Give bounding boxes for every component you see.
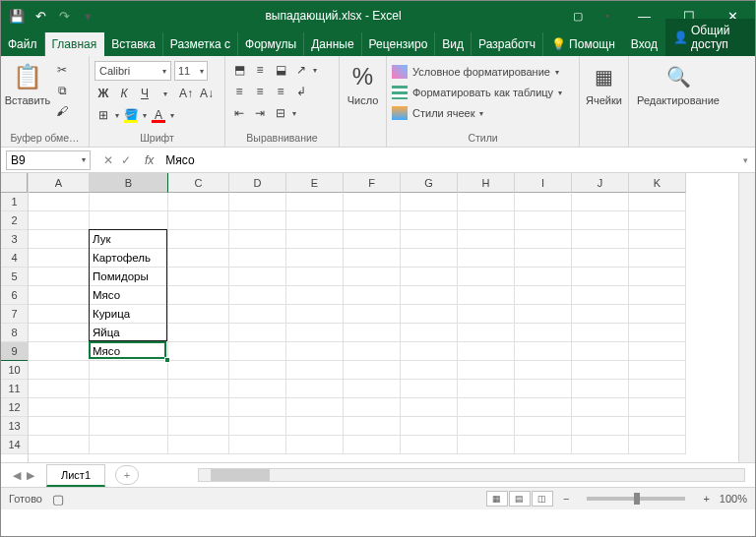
borders-dd[interactable]: ▾ (115, 111, 119, 120)
row-header[interactable]: 11 (1, 380, 28, 398)
col-header[interactable]: F (344, 173, 401, 193)
cell[interactable] (168, 436, 229, 454)
cell[interactable] (629, 211, 686, 230)
cell[interactable] (168, 230, 229, 249)
cell[interactable] (401, 324, 458, 342)
cell[interactable] (401, 249, 458, 268)
cell[interactable] (286, 193, 344, 211)
cell[interactable] (458, 417, 515, 436)
tab-home[interactable]: Главная (45, 32, 105, 56)
cell[interactable] (401, 286, 458, 305)
cell[interactable] (168, 249, 229, 268)
font-color-icon[interactable]: A (150, 106, 167, 124)
tab-insert[interactable]: Вставка (104, 32, 163, 56)
cell[interactable] (572, 305, 629, 324)
cell[interactable] (168, 286, 229, 305)
cell[interactable] (229, 286, 286, 305)
vertical-scrollbar[interactable] (738, 173, 755, 462)
increase-indent-icon[interactable]: ⇥ (251, 104, 269, 122)
cell[interactable] (286, 305, 344, 324)
row-header[interactable]: 10 (1, 361, 28, 380)
fontcolor-dd[interactable]: ▾ (170, 111, 174, 120)
cell[interactable] (629, 268, 686, 286)
cell[interactable] (229, 342, 286, 361)
cell[interactable] (458, 436, 515, 454)
zoom-in-button[interactable]: + (703, 493, 709, 505)
cell[interactable] (286, 380, 344, 398)
page-layout-view-button[interactable]: ▤ (509, 491, 531, 507)
horizontal-scrollbar[interactable] (198, 468, 745, 482)
cell[interactable] (344, 361, 401, 380)
enter-formula-icon[interactable]: ✓ (121, 153, 131, 167)
cell[interactable] (344, 230, 401, 249)
align-top-icon[interactable]: ⬒ (230, 61, 248, 79)
cell[interactable] (629, 417, 686, 436)
cell[interactable] (515, 324, 572, 342)
cell[interactable] (458, 398, 515, 417)
cell[interactable] (168, 380, 229, 398)
cell[interactable] (344, 398, 401, 417)
row-header[interactable]: 6 (1, 286, 28, 305)
align-right-icon[interactable]: ≡ (272, 83, 289, 100)
cell[interactable] (229, 361, 286, 380)
cell[interactable] (515, 361, 572, 380)
cell[interactable] (401, 193, 458, 211)
cell[interactable] (401, 361, 458, 380)
cell[interactable] (286, 268, 344, 286)
cell[interactable] (229, 380, 286, 398)
cell[interactable] (629, 305, 686, 324)
cell[interactable] (344, 380, 401, 398)
cell[interactable] (229, 305, 286, 324)
sheet-nav[interactable]: ◀▶ (1, 469, 46, 482)
cell[interactable] (515, 342, 572, 361)
row-header[interactable]: 8 (1, 324, 28, 342)
page-break-view-button[interactable]: ◫ (532, 491, 553, 507)
cell[interactable] (229, 398, 286, 417)
ribbon-options-icon[interactable]: ▢ (563, 1, 593, 30)
cell[interactable] (286, 361, 344, 380)
name-box[interactable]: B9▾ (6, 150, 91, 170)
undo-icon[interactable]: ↶ (32, 8, 48, 24)
cell[interactable] (29, 211, 90, 230)
merge-icon[interactable]: ⊟ (272, 104, 289, 122)
cell[interactable] (29, 380, 90, 398)
cell[interactable] (344, 417, 401, 436)
cell[interactable] (515, 398, 572, 417)
col-header[interactable]: A (29, 173, 90, 193)
cell[interactable] (29, 305, 90, 324)
cell[interactable] (229, 249, 286, 268)
cell[interactable] (344, 268, 401, 286)
cell[interactable] (344, 436, 401, 454)
cell[interactable] (515, 286, 572, 305)
fill-handle[interactable] (164, 357, 170, 363)
cell[interactable] (458, 324, 515, 342)
cell[interactable] (401, 417, 458, 436)
cell[interactable] (629, 230, 686, 249)
zoom-level[interactable]: 100% (720, 493, 747, 505)
row-header[interactable]: 9 (1, 342, 28, 361)
col-header[interactable]: B (90, 173, 168, 193)
cell-styles-button[interactable]: Стили ячеек▾ (392, 105, 562, 121)
cell[interactable] (286, 230, 344, 249)
cell[interactable] (286, 417, 344, 436)
cell[interactable] (286, 324, 344, 342)
cell[interactable] (286, 211, 344, 230)
cell[interactable] (229, 230, 286, 249)
cell[interactable] (458, 380, 515, 398)
cell[interactable] (344, 286, 401, 305)
cell[interactable] (286, 286, 344, 305)
cell[interactable] (229, 417, 286, 436)
tab-data[interactable]: Данные (304, 32, 361, 56)
cell[interactable] (629, 342, 686, 361)
cell[interactable] (572, 380, 629, 398)
cell[interactable] (629, 398, 686, 417)
orientation-icon[interactable]: ↗ (292, 61, 310, 79)
cell[interactable] (90, 193, 168, 211)
decrease-font-icon[interactable]: A↓ (198, 85, 216, 102)
ribbon-options-dd[interactable]: ▾ (593, 1, 622, 30)
cell[interactable] (401, 398, 458, 417)
row-header[interactable]: 14 (1, 436, 28, 454)
underline-dd[interactable]: ▾ (157, 85, 174, 102)
cell[interactable]: Помидоры (90, 268, 168, 286)
font-name-select[interactable]: Calibri▾ (94, 61, 171, 81)
